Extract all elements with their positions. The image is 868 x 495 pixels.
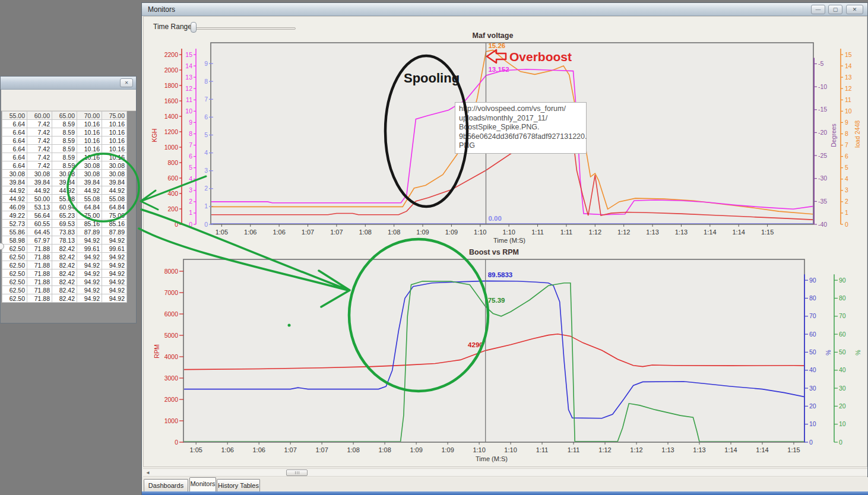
table-cell[interactable]: 58.98 xyxy=(2,236,27,245)
table-cell[interactable]: 94.92 xyxy=(102,286,127,294)
table-cell[interactable]: 71.88 xyxy=(27,286,52,294)
table-cell[interactable]: 69.53 xyxy=(52,220,77,228)
table-cell[interactable]: 94.92 xyxy=(102,294,127,303)
table-cell[interactable]: 39.84 xyxy=(2,178,27,186)
table-cell[interactable]: 75.00 xyxy=(77,211,102,220)
table-cell[interactable]: 6.64 xyxy=(2,153,27,161)
table-cell[interactable]: 39.84 xyxy=(77,178,102,186)
table-cell[interactable]: 87.89 xyxy=(102,228,127,236)
table-cell[interactable]: 39.84 xyxy=(27,178,52,186)
scrollbar-thumb[interactable] xyxy=(286,469,308,476)
table-cell[interactable]: 94.92 xyxy=(102,261,127,269)
table-cell[interactable]: 71.88 xyxy=(27,245,52,253)
table-cell[interactable]: 55.08 xyxy=(102,195,127,203)
table-cell[interactable]: 99.61 xyxy=(77,245,102,253)
table-cell[interactable]: 7.42 xyxy=(27,145,52,153)
table-cell[interactable]: 94.92 xyxy=(102,253,127,261)
table-cell[interactable]: 44.92 xyxy=(77,186,102,195)
table-cell[interactable]: 94.92 xyxy=(77,286,102,294)
table-cell[interactable]: 94.92 xyxy=(102,269,127,278)
table-cell[interactable]: 62.50 xyxy=(2,269,27,278)
titlebar[interactable]: Monitors — ▢ ✕ xyxy=(142,3,867,16)
table-cell[interactable]: 7.42 xyxy=(27,153,52,161)
table-cell[interactable]: 8.59 xyxy=(52,153,77,161)
table-cell[interactable]: 6.64 xyxy=(2,120,27,128)
table-cell[interactable]: 44.92 xyxy=(2,195,27,203)
table-cell[interactable]: 94.92 xyxy=(77,278,102,286)
table-cell[interactable]: 62.50 xyxy=(2,294,27,303)
table-cell[interactable]: 30.08 xyxy=(2,170,27,178)
table-cell[interactable]: 65.23 xyxy=(52,211,77,220)
tab-monitors[interactable]: Monitors xyxy=(189,477,216,491)
table-cell[interactable]: 30.08 xyxy=(102,170,127,178)
table-cell[interactable]: 10.16 xyxy=(77,120,102,128)
tab-history-tables[interactable]: History Tables xyxy=(217,479,260,491)
close-icon[interactable]: ✕ xyxy=(120,78,133,87)
table-cell[interactable]: 55.08 xyxy=(52,195,77,203)
table-cell[interactable]: 75.00 xyxy=(102,211,127,220)
horizontal-scrollbar[interactable]: ◄ xyxy=(143,468,867,477)
table-cell[interactable]: 49.22 xyxy=(2,211,27,220)
table-cell[interactable]: 7.42 xyxy=(27,161,52,170)
tab-dashboards[interactable]: Dashboards xyxy=(144,479,188,491)
table-cell[interactable]: 30.08 xyxy=(102,161,127,170)
table-cell[interactable]: 94.92 xyxy=(77,253,102,261)
table-cell[interactable]: 10.16 xyxy=(102,128,127,137)
table-cell[interactable]: 71.88 xyxy=(27,261,52,269)
table-cell[interactable]: 62.50 xyxy=(2,278,27,286)
fuel-map-table[interactable]: 55.0060.0065.0070.0075.00 6.647.428.5910… xyxy=(2,111,127,303)
minimize-icon[interactable]: — xyxy=(811,5,825,14)
table-cell[interactable]: 82.42 xyxy=(52,294,77,303)
table-cell[interactable]: 78.13 xyxy=(52,236,77,245)
table-cell[interactable]: 10.16 xyxy=(102,120,127,128)
table-cell[interactable]: 6.64 xyxy=(2,161,27,170)
table-cell[interactable]: 67.97 xyxy=(27,236,52,245)
table-cell[interactable]: 8.59 xyxy=(52,145,77,153)
table-cell[interactable]: 10.16 xyxy=(102,145,127,153)
table-cell[interactable]: 82.42 xyxy=(52,261,77,269)
table-cell[interactable]: 82.42 xyxy=(52,245,77,253)
table-cell[interactable]: 10.16 xyxy=(102,153,127,161)
table-window-titlebar[interactable]: ✕ xyxy=(1,77,136,90)
table-cell[interactable]: 71.88 xyxy=(27,278,52,286)
table-cell[interactable]: 64.45 xyxy=(27,228,52,236)
table-cell[interactable]: 55.86 xyxy=(2,228,27,236)
table-cell[interactable]: 55.08 xyxy=(77,195,102,203)
table-cell[interactable]: 62.50 xyxy=(2,245,27,253)
table-cell[interactable]: 64.84 xyxy=(77,203,102,211)
table-cell[interactable]: 8.59 xyxy=(52,120,77,128)
table-cell[interactable]: 8.59 xyxy=(52,161,77,170)
table-cell[interactable]: 85.16 xyxy=(102,220,127,228)
table-cell[interactable]: 7.42 xyxy=(27,137,52,145)
table-cell[interactable]: 82.42 xyxy=(52,253,77,261)
table-cell[interactable]: 71.88 xyxy=(27,269,52,278)
table-cell[interactable]: 94.92 xyxy=(77,236,102,245)
table-cell[interactable]: 30.08 xyxy=(27,170,52,178)
table-cell[interactable]: 64.84 xyxy=(102,203,127,211)
table-cell[interactable]: 71.88 xyxy=(27,294,52,303)
table-cell[interactable]: 46.09 xyxy=(2,203,27,211)
table-cell[interactable]: 73.83 xyxy=(52,228,77,236)
table-cell[interactable]: 7.42 xyxy=(27,120,52,128)
table-cell[interactable]: 44.92 xyxy=(27,186,52,195)
table-cell[interactable]: 44.92 xyxy=(52,186,77,195)
table-cell[interactable]: 10.16 xyxy=(102,137,127,145)
table-col-header[interactable]: 70.00 xyxy=(77,112,102,120)
table-cell[interactable]: 10.16 xyxy=(77,128,102,137)
table-cell[interactable]: 94.92 xyxy=(77,261,102,269)
table-cell[interactable]: 50.00 xyxy=(27,195,52,203)
table-cell[interactable]: 94.92 xyxy=(77,269,102,278)
table-col-header[interactable]: 55.00 xyxy=(2,112,27,120)
table-cell[interactable]: 56.64 xyxy=(27,211,52,220)
table-cell[interactable]: 62.50 xyxy=(2,261,27,269)
table-cell[interactable]: 30.08 xyxy=(77,170,102,178)
table-cell[interactable]: 62.50 xyxy=(2,286,27,294)
table-cell[interactable]: 99.61 xyxy=(102,245,127,253)
table-cell[interactable]: 39.84 xyxy=(102,178,127,186)
table-cell[interactable]: 85.16 xyxy=(77,220,102,228)
table-cell[interactable]: 30.08 xyxy=(77,161,102,170)
table-cell[interactable]: 94.92 xyxy=(102,236,127,245)
close-icon[interactable]: ✕ xyxy=(846,5,863,14)
table-cell[interactable]: 60.55 xyxy=(27,220,52,228)
scroll-left-icon[interactable]: ◄ xyxy=(145,470,151,476)
